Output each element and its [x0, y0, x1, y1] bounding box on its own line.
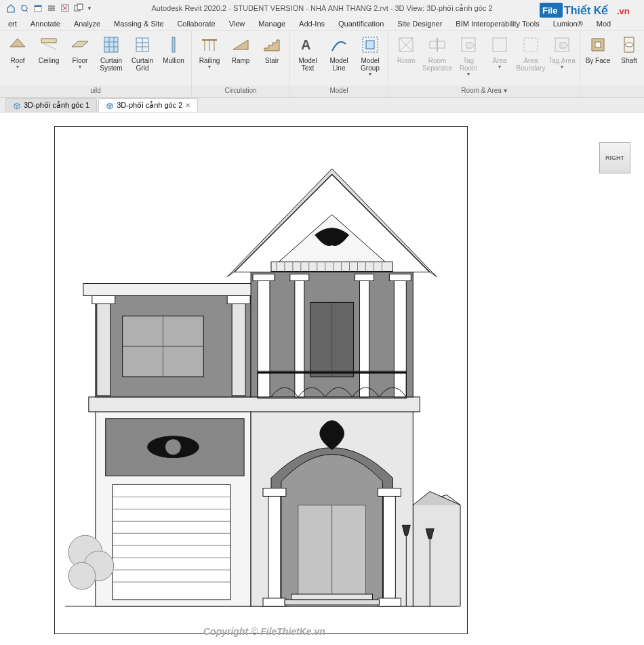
chevron-down-icon: ▼ [560, 64, 565, 70]
svg-rect-67 [263, 488, 286, 496]
model-text-button[interactable]: A Model Text [293, 33, 323, 73]
svg-rect-63 [268, 495, 281, 602]
svg-rect-78 [92, 295, 115, 304]
panel-label: uild [0, 85, 191, 97]
railing-button[interactable]: Railing▼ [195, 33, 224, 71]
railing-icon [199, 34, 220, 56]
model-text-icon: A [297, 34, 319, 56]
svg-rect-10 [77, 4, 83, 9]
ceiling-button[interactable]: Ceiling [34, 33, 64, 66]
model-line-button[interactable]: Model Line [324, 33, 354, 73]
svg-rect-39 [595, 42, 601, 47]
svg-rect-2 [35, 5, 41, 7]
tab-view[interactable]: View [222, 18, 252, 30]
tab-site-designer[interactable]: Site Designer [390, 18, 449, 30]
view-tab-label: 3D-phối cảnh góc 1 [24, 101, 89, 110]
qat-dropdown-icon[interactable]: ▼ [87, 5, 92, 12]
svg-point-0 [22, 5, 27, 11]
svg-point-59 [165, 439, 181, 455]
qat-switch-icon[interactable] [73, 3, 84, 14]
svg-rect-36 [493, 38, 506, 51]
model-group-icon [359, 34, 381, 56]
tag-area-icon [551, 34, 573, 56]
svg-rect-77 [232, 301, 245, 396]
area-button[interactable]: Area▼ [485, 33, 515, 71]
ramp-icon [230, 34, 251, 56]
svg-rect-11 [41, 39, 56, 43]
tab-quantification[interactable]: Quantification [331, 18, 390, 30]
svg-rect-64 [383, 495, 395, 602]
panel-label: Opening [580, 85, 644, 97]
svg-rect-68 [378, 488, 401, 496]
svg-rect-79 [227, 295, 250, 304]
mullion-button[interactable]: Mullion [159, 33, 188, 66]
panel-model: A Model Text Model Line Model Group▼ Mod… [290, 31, 388, 97]
panel-label: Room & Area ▾ [388, 85, 580, 97]
curtain-grid-icon [132, 34, 153, 56]
tab-collaborate[interactable]: Collaborate [170, 18, 222, 30]
viewport[interactable]: RIGHT Copyright © FileThietKe.vn [0, 112, 644, 645]
tab-massing-site[interactable]: Massing & Site [107, 18, 170, 30]
svg-rect-87 [290, 274, 309, 281]
view-tab-2[interactable]: 3D-phối cảnh góc 2 ✕ [98, 98, 198, 112]
viewcube-face[interactable]: RIGHT [599, 142, 630, 173]
viewcube[interactable]: RIGHT [597, 140, 635, 178]
qat-sync-icon[interactable] [19, 3, 30, 14]
room-icon [395, 34, 417, 56]
svg-rect-80 [83, 283, 258, 295]
stair-button[interactable]: Stair [257, 33, 287, 66]
curtain-system-button[interactable]: Curtain System [96, 33, 126, 73]
tab-analyze[interactable]: Analyze [67, 18, 107, 30]
stair-icon [261, 34, 283, 56]
room-separator-button[interactable]: Room Separator [422, 33, 452, 73]
copyright-watermark: Copyright © FileThietKe.vn [203, 626, 325, 637]
svg-rect-94 [271, 262, 393, 272]
panel-room-area: Room Room Separator Tag Room▼ Area▼ Area… [388, 31, 580, 97]
qat-home-icon[interactable] [5, 3, 16, 14]
qat-sheet-icon[interactable] [33, 3, 43, 14]
tab-addins[interactable]: Add-Ins [292, 18, 331, 30]
tab-bim-interop[interactable]: BIM Interoperability Tools [449, 18, 546, 30]
mullion-icon [163, 34, 184, 56]
svg-rect-65 [263, 598, 286, 606]
svg-rect-85 [394, 278, 406, 396]
room-separator-icon [426, 34, 448, 56]
area-boundary-button[interactable]: Area Boundary [516, 33, 546, 73]
tag-room-icon [458, 34, 479, 56]
by-face-icon [587, 34, 609, 56]
room-button[interactable]: Room [391, 33, 421, 66]
ramp-button[interactable]: Ramp [226, 33, 256, 66]
tab-insert[interactable]: ert [1, 18, 24, 30]
close-icon[interactable]: ✕ [185, 102, 190, 109]
tag-room-button[interactable]: Tag Room▼ [454, 33, 483, 79]
svg-rect-88 [355, 274, 374, 281]
tag-area-button[interactable]: Tag Area▼ [547, 33, 577, 71]
tab-annotate[interactable]: Annotate [24, 18, 67, 30]
by-face-button[interactable]: By Face [583, 33, 613, 66]
panel-label: Circulation [192, 85, 289, 97]
chevron-down-icon: ▼ [466, 72, 471, 77]
svg-rect-86 [253, 274, 275, 281]
roof-icon [7, 34, 28, 56]
drawing-frame [54, 126, 468, 634]
view-tab-1[interactable]: 3D-phối cảnh góc 1 [5, 98, 97, 112]
curtain-grid-button[interactable]: Curtain Grid [127, 33, 157, 73]
roof-button[interactable]: Roof▼ [3, 33, 33, 71]
qat-close-hidden-icon[interactable] [60, 3, 71, 14]
svg-rect-48 [113, 484, 230, 599]
svg-rect-82 [258, 278, 270, 396]
panel-opening: By Face Shaft Wall Vertical Dormer Openi… [580, 31, 644, 97]
model-line-icon [328, 34, 350, 56]
svg-text:Thiết Kế: Thiết Kế [564, 4, 609, 16]
svg-rect-84 [360, 278, 369, 396]
svg-rect-66 [378, 598, 401, 606]
qat-thin-lines-icon[interactable] [46, 3, 57, 14]
floor-button[interactable]: Floor▼ [65, 33, 95, 71]
model-group-button[interactable]: Model Group▼ [355, 33, 385, 79]
house-3d-drawing [55, 127, 467, 633]
shaft-button[interactable]: Shaft [614, 33, 644, 66]
filethietke-logo: File Thiết Kế .vn [540, 1, 635, 23]
app-title: Autodesk Revit 2020.2 - STUDENT VERSION … [151, 4, 492, 13]
chevron-down-icon: ▼ [498, 64, 502, 70]
tab-manage[interactable]: Manage [251, 18, 292, 30]
